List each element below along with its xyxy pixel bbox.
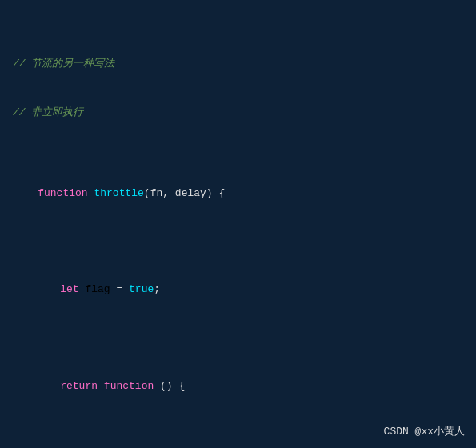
code-line: return function () { (13, 362, 463, 410)
comment-2: // 非立即执行 (13, 105, 463, 121)
code-line: function throttle(fn, delay) { (13, 169, 463, 217)
watermark: CSDN @xx小黄人 (384, 424, 465, 440)
keyword-function: function (38, 187, 87, 199)
func-name-throttle: throttle (88, 187, 144, 199)
code-line: let flag = true; (13, 266, 463, 314)
code-container: // 节流的另一种写法 // 非立即执行 function throttle(f… (0, 0, 476, 448)
comment-1: // 节流的另一种写法 (13, 56, 463, 72)
